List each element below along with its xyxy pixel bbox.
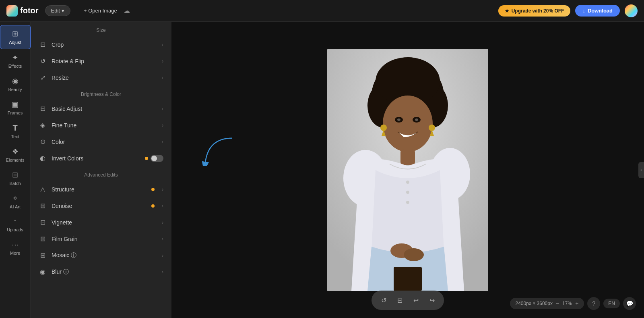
history-button[interactable]: ⊟ [392, 293, 407, 308]
invert-colors-item[interactable]: ◐ Invert Colors [31, 150, 171, 166]
fine-tune-item[interactable]: ◈ Fine Tune › [31, 117, 171, 133]
mosaic-label: Mosaic ⓘ [52, 252, 157, 259]
language-button[interactable]: EN [603, 299, 620, 308]
svg-rect-14 [400, 149, 415, 165]
cloud-icon: ☁ [124, 7, 130, 15]
sidebar-item-batch[interactable]: ⊟ Batch [0, 166, 31, 190]
header-right: ★ Upgrade with 20% OFF ↓ Download [498, 4, 638, 17]
blur-item[interactable]: ◉ Blur ⓘ › [31, 264, 171, 280]
redo-button[interactable]: ↪ [425, 293, 439, 308]
mosaic-item[interactable]: ⊞ Mosaic ⓘ › [31, 247, 171, 264]
crop-item[interactable]: ⊡ Crop › [31, 36, 171, 53]
color-label: Color [52, 139, 157, 145]
structure-item[interactable]: △ Structure › [31, 181, 171, 197]
chevron-right-icon: › [162, 123, 163, 128]
size-section-title: Size [31, 22, 171, 36]
svg-point-10 [397, 118, 400, 121]
sidebar-item-uploads[interactable]: ↑ Uploads [0, 213, 31, 236]
header: fotor Edit ▾ + Open Image ☁ ★ Upgrade wi… [0, 0, 644, 22]
frames-icon: ▣ [12, 100, 19, 109]
dimension-info: 2400px × 3600px − 17% + [510, 298, 584, 309]
adjust-panel: Size ⊡ Crop › ↺ Rotate & Flip › ⤢ Resize… [31, 22, 171, 318]
edit-label: Edit [51, 8, 60, 14]
svg-rect-22 [394, 267, 422, 291]
reset-button[interactable]: ↺ [376, 293, 391, 308]
adjust-icon: ⊞ [12, 29, 18, 38]
sidebar-item-label: Effects [8, 64, 22, 69]
sidebar-item-more[interactable]: ⋯ More [0, 236, 31, 260]
invert-dot [145, 157, 148, 160]
crop-label: Crop [52, 42, 157, 48]
right-panel-collapse[interactable]: › [638, 162, 644, 178]
vignette-item[interactable]: ⊡ Vignette › [31, 214, 171, 231]
denoise-item[interactable]: ⊞ Denoise › [31, 197, 171, 214]
invert-icon: ◐ [39, 154, 47, 162]
more-icon: ⋯ [12, 240, 19, 249]
arrow-annotation [202, 134, 242, 166]
denoise-icon: ⊞ [39, 202, 47, 210]
open-image-button[interactable]: + Open Image [84, 8, 117, 14]
help-button[interactable]: ? [587, 297, 600, 310]
film-grain-label: Film Grain [52, 236, 157, 242]
chat-button[interactable]: 💬 [623, 297, 636, 310]
resize-icon: ⤢ [39, 74, 47, 81]
sidebar-item-ai-art[interactable]: ✧ AI Art [0, 190, 31, 213]
crop-icon: ⊡ [39, 41, 47, 48]
color-item[interactable]: ⊙ Color › [31, 133, 171, 150]
rotate-flip-item[interactable]: ↺ Rotate & Flip › [31, 53, 171, 69]
structure-icon: △ [39, 185, 47, 193]
edit-button[interactable]: Edit ▾ [45, 5, 70, 16]
basic-adjust-item[interactable]: ⊟ Basic Adjust › [31, 100, 171, 117]
chevron-right-icon: › [162, 269, 163, 275]
invert-toggle-wrap [145, 155, 163, 162]
chevron-right-icon: › [162, 203, 163, 209]
denoise-label: Denoise [52, 203, 147, 209]
structure-label: Structure [52, 186, 147, 193]
chevron-right-icon: › [162, 139, 163, 145]
star-icon: ★ [505, 8, 509, 14]
sidebar-item-beauty[interactable]: ◉ Beauty [0, 73, 31, 96]
film-grain-item[interactable]: ⊞ Film Grain › [31, 231, 171, 247]
chevron-right-icon: › [162, 106, 163, 112]
sidebar-item-elements[interactable]: ❖ Elements [0, 143, 31, 166]
zoom-in-button[interactable]: + [575, 300, 578, 307]
chevron-right-icon: › [162, 236, 163, 242]
bottom-right-controls: 2400px × 3600px − 17% + ? EN 💬 [510, 297, 636, 310]
rotate-icon: ↺ [39, 57, 47, 65]
blur-icon: ◉ [39, 268, 47, 276]
upgrade-button[interactable]: ★ Upgrade with 20% OFF [498, 5, 571, 17]
zoom-out-button[interactable]: − [556, 300, 559, 307]
logo-text: fotor [20, 6, 39, 15]
sidebar-item-frames[interactable]: ▣ Frames [0, 96, 31, 119]
color-icon: ⊙ [39, 138, 47, 145]
sidebar-item-text[interactable]: T Text [0, 119, 31, 143]
invert-toggle[interactable] [151, 155, 163, 162]
logo: fotor [6, 5, 39, 17]
brightness-color-section-title: Brightness & Color [31, 86, 171, 100]
download-button[interactable]: ↓ Download [575, 5, 620, 17]
denoise-dot [151, 204, 155, 208]
rotate-flip-label: Rotate & Flip [52, 58, 157, 64]
avatar[interactable] [625, 4, 638, 17]
bottom-toolbar: ↺ ⊟ ↩ ↪ [372, 291, 444, 310]
chevron-right-icon: › [162, 75, 163, 81]
canvas-area: ↺ ⊟ ↩ ↪ 2400px × 3600px − 17% + ? EN 💬 › [171, 22, 644, 318]
chevron-right-icon: › [162, 253, 163, 258]
fine-tune-icon: ◈ [39, 121, 47, 129]
main-area: ⊞ Adjust ✦ Effects ◉ Beauty ▣ Frames T T… [0, 22, 644, 318]
ai-art-icon: ✧ [12, 194, 18, 203]
zoom-level: 17% [562, 301, 572, 306]
resize-item[interactable]: ⤢ Resize › [31, 69, 171, 86]
sidebar-item-label: Text [11, 134, 19, 139]
undo-button[interactable]: ↩ [409, 293, 423, 308]
sidebar-item-label: More [10, 251, 20, 256]
uploads-icon: ↑ [13, 217, 17, 226]
svg-point-18 [406, 191, 409, 194]
chevron-right-icon: › [162, 187, 163, 192]
chevron-down-icon: ▾ [62, 8, 64, 14]
sidebar-item-effects[interactable]: ✦ Effects [0, 49, 31, 73]
mosaic-icon: ⊞ [39, 251, 47, 259]
canvas-image [327, 49, 488, 291]
text-icon: T [12, 123, 17, 133]
sidebar-item-adjust[interactable]: ⊞ Adjust [0, 25, 31, 49]
